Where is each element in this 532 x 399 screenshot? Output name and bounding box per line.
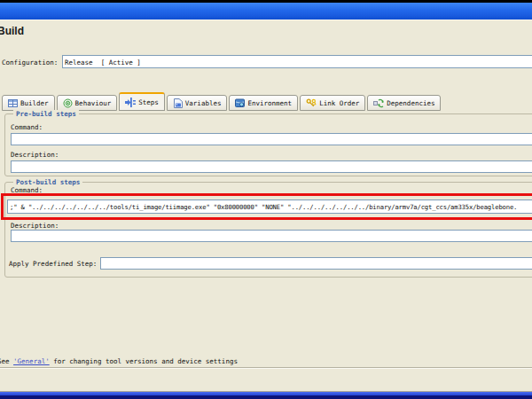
postbuild-description-label: Description:: [11, 222, 59, 230]
tab-variables[interactable]: Variables: [167, 95, 228, 111]
dependencies-icon: [373, 98, 384, 108]
tab-label: Behaviour: [75, 99, 112, 107]
prebuild-command-label: Command:: [11, 123, 43, 131]
titlebar-highlight: [0, 20, 532, 20]
prebuild-description-input[interactable]: [11, 160, 532, 173]
prebuild-command-input[interactable]: [11, 133, 532, 145]
table-icon: [8, 98, 18, 108]
title-bar[interactable]: [0, 3, 532, 20]
steps-icon: [125, 98, 136, 107]
apply-predefined-step-label: Apply Predefined Step:: [9, 260, 97, 268]
tab-label: Environment: [247, 99, 292, 107]
tab-steps[interactable]: Steps: [119, 92, 165, 111]
postbuild-steps-title: Post-build steps: [13, 178, 82, 186]
general-link[interactable]: 'General': [13, 357, 50, 365]
tab-builder[interactable]: Builder: [2, 95, 55, 111]
postbuild-description-input[interactable]: [11, 230, 532, 242]
footer-text-before: See: [0, 357, 13, 365]
prebuild-description-label: Description:: [11, 151, 59, 159]
footer-text-after: for changing tool versions and device se…: [50, 357, 238, 365]
tab-label: Steps: [138, 98, 159, 106]
postbuild-command-input[interactable]: ;" & "../../../../../../../tools/ti_imag…: [7, 200, 532, 214]
tab-environment[interactable]: Environment: [229, 95, 298, 111]
page-title: Build: [0, 25, 24, 37]
configuration-value: Release [ Active ]: [65, 58, 141, 66]
tab-link-order[interactable]: Link Order: [300, 95, 365, 111]
properties-tabbar: Builder Behaviour Steps: [2, 92, 441, 111]
tab-label: Dependencies: [387, 99, 434, 107]
window-bottom-border-dark: [0, 395, 532, 399]
configuration-combobox[interactable]: Release [ Active ]: [62, 55, 532, 68]
tab-label: Variables: [185, 99, 222, 107]
footer-note: See 'General' for changing tool versions…: [0, 357, 238, 365]
apply-predefined-step-combobox[interactable]: [100, 257, 532, 270]
tab-label: Link Order: [319, 99, 359, 107]
tab-label: Builder: [20, 99, 49, 107]
tab-dependencies[interactable]: Dependencies: [367, 95, 441, 111]
environment-icon: [235, 98, 245, 108]
footer-separator: [0, 367, 532, 369]
build-properties-window: Build Configuration: Release [ Active ] …: [0, 0, 532, 399]
tab-behaviour[interactable]: Behaviour: [57, 95, 118, 111]
postbuild-command-value: ;" & "../../../../../../../tools/ti_imag…: [10, 203, 517, 211]
behaviour-icon: [63, 98, 73, 108]
keys-icon: [306, 98, 317, 108]
prebuild-steps-title: Pre-build steps: [13, 110, 79, 118]
variables-icon: [173, 98, 183, 108]
configuration-label: Configuration:: [2, 59, 58, 66]
